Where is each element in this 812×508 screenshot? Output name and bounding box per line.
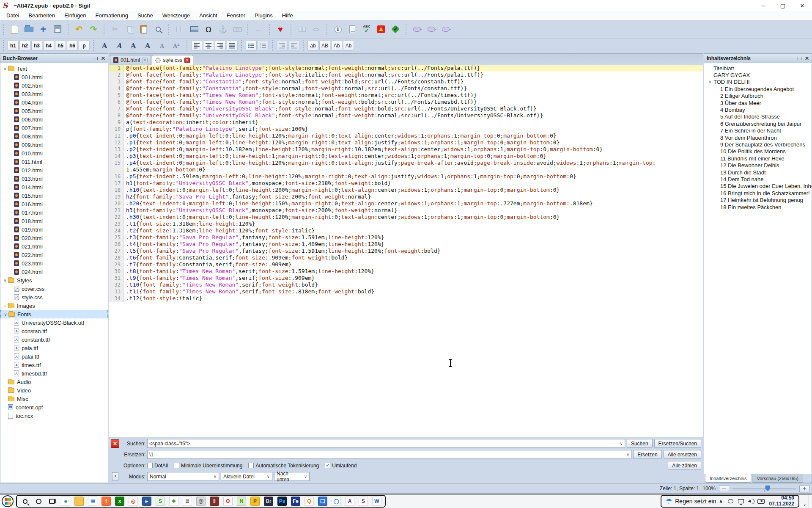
code-line-18[interactable]: 18.h10{text-indent:0;margin-left:0;line-… [109, 187, 703, 193]
code-line-6[interactable]: 6@font-face{font-family:"Times New Roman… [109, 99, 703, 105]
taskbar-app-sigil[interactable]: S [357, 496, 370, 507]
toc-item[interactable]: 16 Bringt mich in die Schatzkammer! [704, 190, 812, 196]
back-button[interactable]: ← [252, 23, 266, 36]
heading-button-p[interactable]: p [79, 41, 90, 51]
menu-item-datei[interactable]: Datei [2, 12, 24, 19]
count-all-button[interactable]: Alle zählen [668, 461, 701, 470]
weather-widget[interactable]: ☂ Regen setzt ein ∧ [663, 497, 725, 506]
toc-item[interactable]: 2 Eiliger Aufbruch [704, 93, 812, 99]
taskbar-app-firefox[interactable]: f [100, 496, 112, 507]
new-file-button[interactable] [8, 23, 21, 36]
tree-item-timesbd.ttf[interactable]: Atimesbd.ttf [0, 369, 108, 378]
float-panel-icon[interactable] [94, 57, 98, 60]
code-line-13[interactable]: 13.p2{text-indent:0;margin-left:10.182em… [109, 146, 703, 153]
taskbar-app-blue-app[interactable]: ❏ [316, 496, 329, 507]
tree-item-010.html[interactable]: 010.html [0, 149, 108, 157]
copy-button[interactable] [123, 23, 136, 36]
cortana-button[interactable] [32, 496, 45, 507]
tree-item-times.ttf[interactable]: Atimes.ttf [0, 361, 108, 369]
tree-item-005.html[interactable]: 005.html [0, 107, 108, 115]
toc-item[interactable]: GARY GYGAX [704, 72, 812, 78]
heading-button-h3[interactable]: h3 [31, 41, 42, 51]
toc-item[interactable]: 12 Die Bewohner Delhis [704, 162, 812, 168]
taskbar-app-at-app[interactable]: @ [195, 496, 207, 507]
insert-image-button[interactable] [187, 23, 201, 36]
mode-dropdown[interactable]: Normal∨ [147, 472, 219, 481]
metadata-editor-button[interactable] [346, 23, 359, 36]
underline-button[interactable]: A [126, 39, 140, 52]
tree-item-style.css[interactable]: style.css [0, 293, 108, 301]
taskbar-app-file-explorer[interactable] [73, 496, 85, 507]
code-line-3[interactable]: 3@font-face{font-family:"Constantia";fon… [109, 78, 703, 85]
menu-item-ansicht[interactable]: Ansicht [195, 12, 222, 19]
bullet-list-button[interactable] [246, 41, 257, 51]
code-line-29[interactable]: 29.t7{font-family:Constantia,serif;font-… [109, 261, 703, 268]
toc-item[interactable]: 18 Ein zweites Päckchen [704, 204, 812, 210]
toc-item[interactable]: 5 Auf der Indore-Strasse [704, 113, 812, 120]
code-line-28[interactable]: 28.t6{font-family:Constantia,serif;font-… [109, 254, 703, 261]
taskbar-app-xbox[interactable]: x [113, 496, 126, 507]
tree-item-022.html[interactable]: 022.html [0, 251, 108, 259]
tree-item-toc.ncx[interactable]: toc.ncx [0, 411, 108, 420]
tree-item-014.html[interactable]: 014.html [0, 183, 108, 191]
align-right-button[interactable] [215, 41, 226, 51]
metadata-info-button[interactable]: i [331, 23, 345, 36]
checkbox-icon[interactable] [174, 463, 179, 468]
undo-button[interactable]: ↶ [72, 23, 86, 36]
menu-item-werkzeuge[interactable]: Werkzeuge [158, 12, 195, 19]
tree-item-cover.css[interactable]: cover.css [0, 284, 108, 293]
code-line-16[interactable]: 16.p5{text-indent:.591em;margin-left:0;l… [109, 173, 703, 180]
tree-item-Misc[interactable]: Misc [0, 395, 108, 403]
code-line-27[interactable]: 27.t5{font-family:"Sava Pro Regular",fan… [109, 248, 703, 254]
panel-tab-Inhaltsverzeichnis[interactable]: Inhaltsverzeichnis [705, 474, 751, 483]
redo-button[interactable]: ↷ [87, 23, 100, 36]
menu-item-einfügen[interactable]: Einfügen [60, 12, 91, 19]
tree-item-001.html[interactable]: 001.html [0, 73, 108, 81]
code-editor[interactable]: 1@font-face{font-family:"Palatino Linoty… [109, 65, 703, 437]
align-justify-button[interactable] [227, 41, 238, 51]
toc-item[interactable]: 15 Die Juwelen oder Euer Leben, Inhet... [704, 183, 812, 190]
replace-button[interactable]: Ersetzen [633, 450, 661, 459]
close-panel-icon[interactable]: ✕ [805, 56, 809, 61]
outdent-button[interactable] [277, 41, 288, 51]
validate-epub-button[interactable] [374, 23, 388, 36]
close-panel-icon[interactable]: ✕ [101, 56, 105, 61]
search-input[interactable]: <span class="t5"> ∨ [147, 439, 625, 448]
find-close-button[interactable]: ✕ [111, 439, 119, 448]
tree-item-009.html[interactable]: 009.html [0, 141, 108, 149]
tab-close-icon[interactable]: × [142, 58, 148, 63]
code-line-30[interactable]: 30.t8{font-family:"Times New Roman",seri… [109, 268, 703, 275]
menu-item-suche[interactable]: Suche [133, 12, 158, 19]
save-button[interactable] [51, 23, 64, 36]
taskbar-search-button[interactable] [19, 496, 31, 507]
tree-item-019.html[interactable]: 019.html [0, 225, 108, 234]
close-button[interactable]: ✕ [793, 0, 812, 11]
show-desktop-button[interactable] [809, 495, 810, 508]
editor-tab-001.html[interactable]: 001.html× [110, 55, 151, 65]
float-panel-icon[interactable] [798, 57, 801, 60]
spellcheck-button[interactable]: ABC✓ [360, 23, 373, 36]
tree-item-016.html[interactable]: 016.html [0, 200, 108, 208]
toc-item[interactable]: 14 Dem Tod nahe [704, 176, 812, 182]
taskbar-app-video-app[interactable]: ▸ [140, 496, 153, 507]
toc-item[interactable]: 7 Ein Schrei in der Nacht [704, 127, 812, 134]
taskbar-app-browser-circle-app[interactable]: ◯ [330, 496, 343, 507]
toc-item[interactable]: Titelblatt [704, 65, 812, 72]
tree-item-013.html[interactable]: 013.html [0, 174, 108, 183]
zoom-slider-handle[interactable] [765, 486, 770, 491]
toc-item[interactable]: 4 Bombay [704, 106, 812, 113]
code-line-10[interactable]: 10p{font-family:"Palatino Linotype",seri… [109, 126, 703, 133]
menu-item-hilfe[interactable]: Hilfe [277, 12, 298, 19]
code-line-33[interactable]: 33.t11{font-family:"Times New Roman",ser… [109, 288, 703, 295]
toc-item[interactable]: 13 Durch die Stadt [704, 169, 812, 176]
bold-button[interactable]: A [98, 39, 111, 52]
tray-keyboard-button[interactable] [757, 497, 766, 506]
code-line-4[interactable]: 4@font-face{font-family:"Constantia";fon… [109, 85, 703, 92]
toc-item[interactable]: 17 Heimkehr ist Belohnung genug [704, 196, 812, 203]
code-line-26[interactable]: 26.t4{font-family:"Sava Pro Regular",fan… [109, 241, 703, 248]
taskbar-app-opera[interactable]: O [222, 496, 234, 507]
tree-item-constan.ttf[interactable]: Aconstan.ttf [0, 327, 108, 335]
code-line-14[interactable]: 14.p3{text-indent:0;margin-left:0;line-h… [109, 153, 703, 160]
expander-icon[interactable]: ∨ [3, 312, 8, 317]
tree-item-pala.ttf[interactable]: Apala.ttf [0, 344, 108, 352]
